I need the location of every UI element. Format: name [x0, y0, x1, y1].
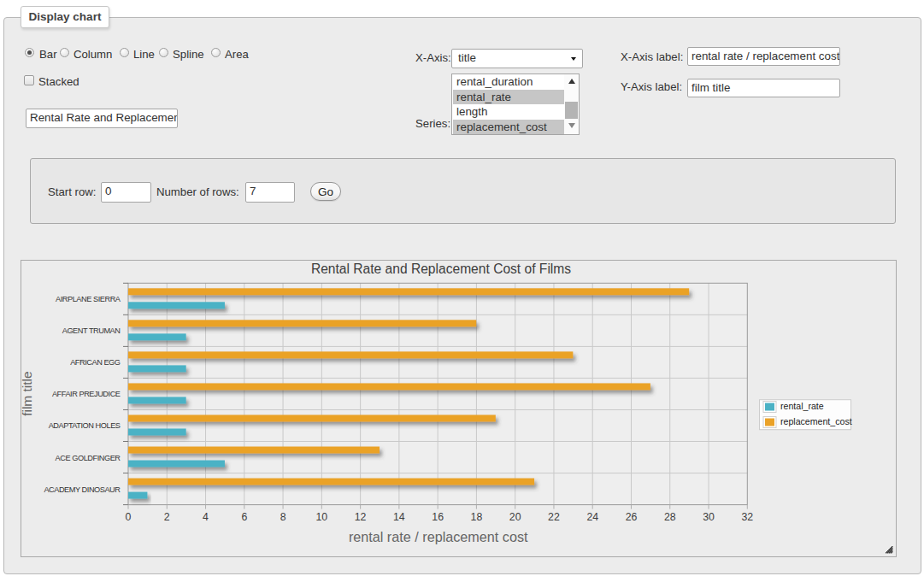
svg-text:22: 22: [548, 511, 560, 523]
svg-text:32: 32: [741, 511, 753, 523]
svg-text:16: 16: [432, 511, 444, 523]
svg-text:10: 10: [316, 511, 328, 523]
svg-text:24: 24: [586, 511, 598, 523]
svg-text:18: 18: [471, 511, 483, 523]
svg-text:film title: film title: [20, 371, 34, 416]
svg-text:rental_rate: rental_rate: [780, 401, 824, 411]
svg-text:AFRICAN EGG: AFRICAN EGG: [70, 358, 121, 367]
svg-text:6: 6: [241, 511, 247, 523]
svg-text:20: 20: [509, 511, 521, 523]
svg-text:AIRPLANE SIERRA: AIRPLANE SIERRA: [56, 295, 121, 303]
svg-text:0: 0: [126, 511, 132, 523]
svg-text:replacement_cost: replacement_cost: [780, 416, 852, 426]
svg-text:ADAPTATION HOLES: ADAPTATION HOLES: [49, 421, 121, 430]
svg-text:4: 4: [203, 511, 209, 523]
svg-text:2: 2: [164, 511, 170, 523]
svg-text:14: 14: [393, 511, 405, 523]
svg-text:8: 8: [280, 511, 286, 523]
svg-text:12: 12: [355, 511, 367, 523]
svg-text:28: 28: [664, 511, 676, 523]
svg-text:ACE GOLDFINGER: ACE GOLDFINGER: [56, 454, 121, 462]
svg-text:26: 26: [626, 511, 638, 523]
svg-text:Rental Rate and Replacement Co: Rental Rate and Replacement Cost of Film…: [311, 262, 571, 276]
svg-text:AGENT TRUMAN: AGENT TRUMAN: [62, 326, 121, 335]
svg-text:AFFAIR PREJUDICE: AFFAIR PREJUDICE: [52, 390, 121, 398]
svg-text:rental rate / replacement cost: rental rate / replacement cost: [349, 529, 528, 544]
svg-text:30: 30: [703, 511, 715, 523]
svg-text:ACADEMY DINOSAUR: ACADEMY DINOSAUR: [44, 485, 121, 494]
